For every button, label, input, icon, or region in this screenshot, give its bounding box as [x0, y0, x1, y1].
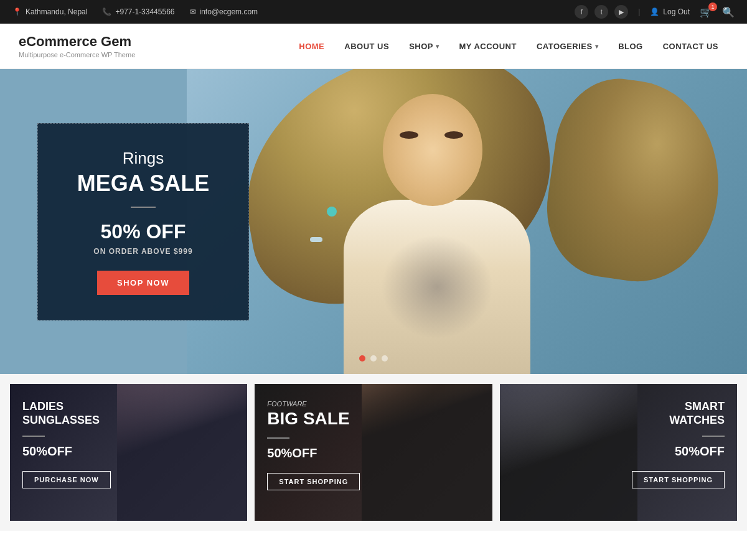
youtube-icon[interactable]: ▶ [614, 5, 628, 19]
email-item: ✉ info@ecgem.com [190, 7, 258, 16]
phone-text: +977-1-33445566 [115, 7, 174, 16]
search-icon[interactable]: 🔍 [722, 6, 735, 18]
cart-count: 1 [708, 2, 717, 11]
location-item: 📍 Kathmandu, Nepal [12, 7, 87, 16]
cart-item[interactable]: 🛒 1 [700, 6, 712, 18]
promo-btn-footwear[interactable]: START SHOPPING [267, 473, 360, 490]
promo-discount-footwear: 50%OFF [267, 446, 479, 460]
main-nav: HOME ABOUT US SHOP ▾ MY ACCOUNT CATOGERI… [289, 37, 728, 56]
location-text: Kathmandu, Nepal [26, 7, 87, 16]
nav-my-account[interactable]: MY ACCOUNT [449, 37, 527, 56]
nav-blog[interactable]: BLOG [608, 37, 653, 56]
email-icon: ✉ [190, 7, 196, 16]
hero-content: Rings MEGA SALE 50% OFF ON ORDER ABOVE $… [37, 123, 249, 320]
sale-box: Rings MEGA SALE 50% OFF ON ORDER ABOVE $… [37, 123, 249, 320]
top-bar: 📍 Kathmandu, Nepal 📞 +977-1-33445566 ✉ i… [0, 0, 747, 24]
slide-dot-2[interactable] [370, 355, 377, 362]
nav-contact[interactable]: CONTACT US [653, 37, 728, 56]
logo-title: eCommerce Gem [19, 34, 135, 50]
promo-btn-sunglasses[interactable]: PURCHASE NOW [22, 471, 111, 488]
sale-divider [131, 207, 156, 208]
social-links: f t ▶ [575, 5, 628, 19]
facebook-icon[interactable]: f [575, 5, 588, 19]
promo-discount-watches: 50%OFF [619, 444, 725, 459]
nav-about[interactable]: ABOUT US [334, 37, 399, 56]
promo-card-watches[interactable]: SMARTWATCHES 50%OFF START SHOPPING [500, 384, 737, 521]
phone-item: 📞 +977-1-33445566 [102, 7, 174, 16]
slide-dot-1[interactable] [359, 355, 365, 362]
logout-label: Log Out [663, 7, 690, 16]
promo-divider-3 [702, 436, 725, 437]
slider-dots [359, 355, 388, 362]
promo-divider-1 [22, 436, 45, 437]
promo-discount-sunglasses: 50%OFF [22, 444, 235, 459]
slide-dot-3[interactable] [382, 355, 388, 362]
top-bar-actions: f t ▶ | 👤 Log Out 🛒 1 🔍 [575, 5, 735, 19]
location-icon: 📍 [12, 7, 22, 16]
logout-item[interactable]: 👤 Log Out [650, 7, 690, 16]
divider: | [638, 7, 640, 16]
promo-content-footwear: FOOTWARE BIG SALE 50%OFF START SHOPPING [255, 384, 492, 506]
logo-subtitle: Multipurpose e-Commerce WP Theme [19, 51, 135, 58]
shop-now-button[interactable]: SHOP NOW [97, 271, 189, 295]
email-text: info@ecgem.com [200, 7, 258, 16]
promo-tag-footwear: FOOTWARE [267, 400, 479, 408]
promo-card-footwear[interactable]: FOOTWARE BIG SALE 50%OFF START SHOPPING [255, 384, 492, 521]
promo-btn-watches[interactable]: START SHOPPING [632, 471, 725, 488]
sale-percent: 50% OFF [60, 220, 226, 243]
logo[interactable]: eCommerce Gem Multipurpose e-Commerce WP… [19, 34, 135, 58]
header: eCommerce Gem Multipurpose e-Commerce WP… [0, 24, 747, 69]
promo-title-watches: SMARTWATCHES [619, 400, 725, 427]
catogeries-chevron-icon: ▾ [595, 43, 599, 50]
hero-section: Rings MEGA SALE 50% OFF ON ORDER ABOVE $… [0, 69, 747, 374]
twitter-icon[interactable]: t [594, 5, 608, 19]
promo-title-sunglasses: LADIESSUNGLASSES [22, 400, 235, 427]
shop-chevron-icon: ▾ [436, 43, 439, 50]
promo-section: LADIESSUNGLASSES 50%OFF PURCHASE NOW FOO… [0, 374, 747, 531]
promo-content-sunglasses: LADIESSUNGLASSES 50%OFF PURCHASE NOW [10, 384, 247, 505]
nav-catogeries[interactable]: CATOGERIES ▾ [527, 37, 608, 56]
sale-main-title: MEGA SALE [60, 170, 226, 197]
nav-home[interactable]: HOME [289, 37, 334, 56]
hero-image [187, 69, 747, 374]
promo-divider-2 [267, 437, 289, 439]
top-bar-contact: 📍 Kathmandu, Nepal 📞 +977-1-33445566 ✉ i… [12, 7, 258, 16]
promo-title-footwear: BIG SALE [267, 409, 479, 429]
promo-content-watches: SMARTWATCHES 50%OFF START SHOPPING [606, 384, 737, 505]
sale-condition: ON ORDER ABOVE $999 [60, 247, 226, 256]
promo-card-sunglasses[interactable]: LADIESSUNGLASSES 50%OFF PURCHASE NOW [10, 384, 247, 521]
phone-icon: 📞 [102, 7, 111, 16]
sale-tag: Rings [60, 149, 226, 168]
hero-background [187, 69, 747, 374]
user-icon: 👤 [650, 7, 659, 16]
nav-shop[interactable]: SHOP ▾ [399, 37, 449, 56]
